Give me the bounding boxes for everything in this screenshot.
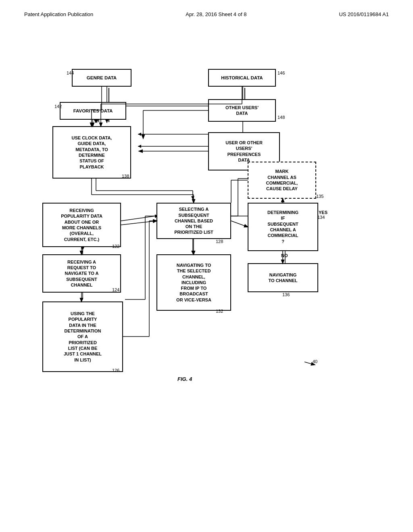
- svg-marker-8: [95, 120, 98, 123]
- navigating-channel-box: NAVIGATING TO CHANNEL: [248, 263, 318, 292]
- mark-channel-box: MARK CHANNEL AS COMMERCIAL, CAUSE DELAY: [248, 162, 316, 199]
- header-left: Patent Application Publication: [24, 11, 93, 17]
- use-clock-data-box: USE CLOCK DATA, GUIDE DATA, METADATA, TO…: [52, 126, 131, 179]
- determining-commercial-box: DETERMINING IF SUBSEQUENT CHANNEL A COMM…: [248, 203, 318, 251]
- svg-marker-19: [191, 196, 194, 200]
- using-popularity-box: USING THE POPULARITY DATA IN THE DETERMI…: [42, 301, 123, 372]
- selecting-subsequent-box: SELECTING A SUBSEQUENT CHANNEL BASED ON …: [156, 203, 231, 239]
- svg-marker-35: [191, 251, 194, 254]
- selecting-subsequent-ref: 128: [216, 239, 223, 244]
- svg-line-57: [121, 221, 156, 225]
- navigating-selected-box: NAVIGATING TO THE SELECTED CHANNEL, INCL…: [156, 254, 231, 311]
- svg-marker-13: [138, 133, 141, 136]
- historical-data-box: HISTORICAL DATA: [208, 69, 276, 87]
- mark-channel-ref: 135: [316, 194, 323, 199]
- favorites-data-ref: 142: [54, 104, 62, 109]
- no-label: NO: [281, 253, 288, 258]
- genre-data-box: GENRE DATA: [72, 69, 131, 87]
- genre-data-ref: 144: [67, 71, 74, 75]
- receiving-request-ref: 124: [112, 287, 119, 292]
- header-right: US 2016/0119684 A1: [339, 11, 389, 17]
- determining-commercial-ref: 134: [317, 215, 325, 220]
- svg-line-62: [231, 221, 248, 227]
- svg-marker-10: [94, 120, 97, 123]
- receiving-popularity-box: RECEIVING POPULARITY DATA ABOUT ONE OR M…: [42, 203, 121, 247]
- favorites-data-box: FAVORITES DATA: [60, 102, 126, 120]
- figure-ref-40: 40: [313, 359, 317, 364]
- header-center: Apr. 28, 2016 Sheet 4 of 8: [186, 11, 246, 17]
- use-clock-data-ref: 138: [122, 174, 129, 179]
- diagram-area: GENRE DATA 144 HISTORICAL DATA 146 FAVOR…: [0, 25, 413, 509]
- using-popularity-ref: 126: [112, 368, 119, 373]
- navigating-channel-ref: 136: [282, 292, 290, 297]
- other-users-data-ref: 148: [277, 115, 285, 120]
- figure-caption: FIG. 4: [177, 376, 192, 382]
- svg-line-22: [121, 216, 158, 221]
- navigating-selected-ref: 132: [216, 309, 223, 314]
- page-header: Patent Application Publication Apr. 28, …: [0, 0, 413, 21]
- svg-marker-4: [105, 120, 108, 123]
- svg-marker-15: [138, 145, 141, 148]
- receiving-request-box: RECEIVING A REQUEST TO NAVIGATE TO A SUB…: [42, 254, 121, 293]
- svg-marker-41: [81, 247, 84, 250]
- other-users-data-box: OTHER USERS' DATA: [208, 99, 276, 122]
- historical-data-ref: 146: [277, 71, 285, 75]
- receiving-popularity-ref: 122: [112, 244, 119, 249]
- yes-label: YES: [319, 210, 327, 215]
